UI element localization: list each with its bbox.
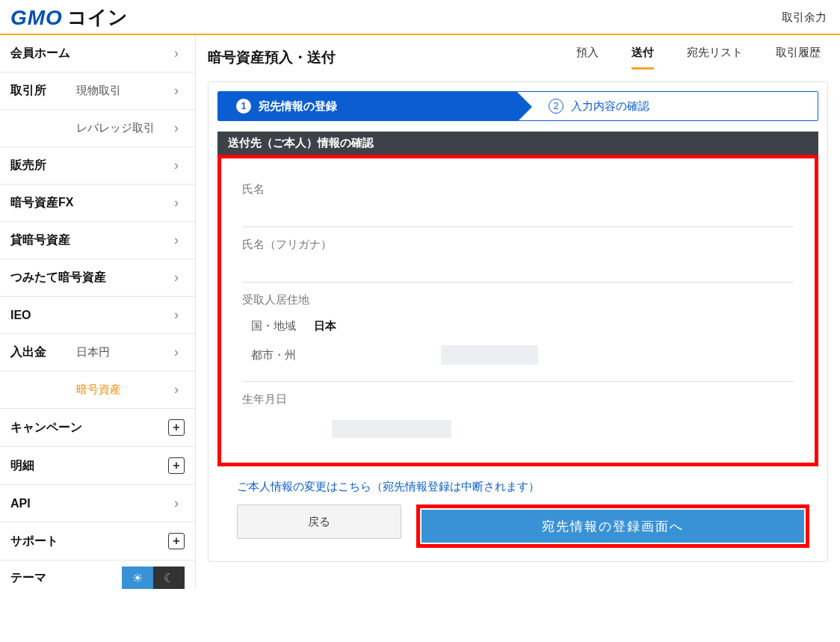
birth-label: 生年月日 (242, 392, 794, 407)
field-name: 氏名 (242, 172, 794, 227)
moon-icon[interactable]: ☾ (153, 567, 185, 589)
chevron-right-icon: › (168, 307, 185, 323)
theme-toggle[interactable]: ☀ ☾ (122, 567, 185, 589)
sidebar-item-statement[interactable]: 明細 + (0, 447, 195, 485)
chevron-right-icon: › (168, 120, 185, 136)
city-label: 都市・州 (251, 348, 296, 362)
sidebar-item-deposit-jpy[interactable]: 入出金 日本円 › (0, 334, 195, 371)
sidebar-item-accumulate[interactable]: つみたて暗号資産 › (0, 259, 195, 297)
chevron-right-icon: › (168, 232, 185, 248)
plus-icon: + (168, 457, 185, 474)
sidebar-item-label: つみたて暗号資産 (10, 270, 106, 285)
city-value-masked (441, 345, 538, 365)
change-info-link[interactable]: ご本人情報の変更はこちら（宛先情報登録は中断されます） (217, 466, 818, 504)
sidebar: 会員ホーム › 取引所 現物取引 › レバレッジ取引 › 販売所 › 暗号資産F… (0, 35, 196, 589)
sidebar-item-label: キャンペーン (10, 420, 82, 436)
sidebar-item-label: 取引所 (10, 83, 76, 99)
stepper: 1 宛先情報の登録 2 入力内容の確認 (217, 91, 818, 121)
back-button[interactable]: 戻る (237, 504, 401, 539)
button-row: 戻る 宛先情報の登録画面へ (217, 504, 818, 552)
sidebar-item-support[interactable]: サポート + (0, 522, 195, 561)
logo-coin: コイン (67, 4, 128, 31)
step-1-label: 宛先情報の登録 (259, 99, 337, 114)
top-header: GMO コイン 取引余力 (0, 0, 840, 35)
sidebar-item-home[interactable]: 会員ホーム › (0, 35, 195, 72)
logo-gmo: GMO (10, 6, 63, 30)
sidebar-item-campaign[interactable]: キャンペーン + (0, 409, 195, 447)
sidebar-item-label: サポート (10, 534, 58, 549)
birth-value-masked (332, 420, 451, 438)
page-title: 暗号資産預入・送付 (208, 48, 336, 67)
country-value: 日本 (314, 319, 336, 333)
chevron-right-icon: › (168, 345, 185, 360)
chevron-right-icon: › (168, 158, 185, 173)
content-card: 1 宛先情報の登録 2 入力内容の確認 送付先（ご本人）情報の確認 氏名 氏名（… (208, 81, 828, 562)
sidebar-item-exchange-leverage[interactable]: レバレッジ取引 › (0, 110, 195, 147)
primary-button-highlight: 宛先情報の登録画面へ (416, 504, 809, 548)
field-kana: 氏名（フリガナ） (242, 227, 794, 283)
sidebar-item-ieo[interactable]: IEO › (0, 297, 195, 334)
sidebar-item-exchange-spot[interactable]: 取引所 現物取引 › (0, 72, 195, 110)
chevron-right-icon: › (168, 46, 185, 61)
sidebar-item-label: 会員ホーム (10, 46, 76, 61)
sidebar-item-deposit-crypto[interactable]: 暗号資産 › (0, 371, 195, 409)
sidebar-item-label: 明細 (10, 458, 34, 474)
sidebar-item-api[interactable]: API › (0, 485, 195, 522)
sidebar-item-label: IEO (10, 309, 76, 322)
chevron-right-icon: › (168, 382, 185, 398)
tab-send[interactable]: 送付 (631, 46, 654, 70)
balance-label[interactable]: 取引余力 (782, 10, 827, 25)
sidebar-item-sublabel: 現物取引 (76, 84, 168, 98)
sun-icon[interactable]: ☀ (122, 567, 153, 589)
name-label: 氏名 (242, 182, 794, 197)
main-panel: 暗号資産預入・送付 預入 送付 宛先リスト 取引履歴 1 宛先情報の登録 2 (196, 35, 840, 589)
step-number-1: 1 (236, 99, 251, 114)
sidebar-item-fx[interactable]: 暗号資産FX › (0, 185, 195, 222)
section-title: 送付先（ご本人）情報の確認 (217, 132, 818, 155)
sidebar-item-sales[interactable]: 販売所 › (0, 147, 195, 185)
field-residence: 受取人居住地 国・地域 日本 都市・州 (242, 283, 794, 382)
tabs: 預入 送付 宛先リスト 取引履歴 (576, 46, 821, 70)
plus-icon: + (168, 533, 185, 549)
sidebar-item-label: 暗号資産FX (10, 195, 76, 211)
sidebar-item-lending[interactable]: 貸暗号資産 › (0, 222, 195, 259)
step-2-label: 入力内容の確認 (571, 99, 649, 114)
chevron-right-icon: › (168, 496, 185, 511)
sidebar-item-label: 入出金 (10, 345, 76, 360)
chevron-right-icon: › (168, 270, 185, 285)
proceed-button[interactable]: 宛先情報の登録画面へ (421, 510, 804, 543)
sidebar-item-sublabel: レバレッジ取引 (76, 121, 168, 135)
residence-label: 受取人居住地 (242, 293, 794, 307)
sidebar-item-sublabel: 日本円 (76, 345, 168, 359)
sidebar-item-sublabel: 暗号資産 (76, 383, 168, 397)
sidebar-theme-row: テーマ ☀ ☾ (0, 561, 195, 589)
country-label: 国・地域 (251, 319, 296, 333)
step-1: 1 宛先情報の登録 (218, 92, 517, 120)
field-birth: 生年月日 (242, 382, 794, 440)
logo[interactable]: GMO コイン (10, 4, 128, 31)
step-number-2: 2 (549, 99, 563, 114)
kana-label: 氏名（フリガナ） (242, 238, 794, 252)
sidebar-item-label: API (10, 497, 76, 510)
tab-deposit[interactable]: 預入 (576, 46, 599, 70)
chevron-right-icon: › (168, 83, 185, 99)
main-header: 暗号資産預入・送付 預入 送付 宛先リスト 取引履歴 (196, 35, 840, 77)
step-2: 2 入力内容の確認 (517, 92, 818, 120)
tab-address[interactable]: 宛先リスト (687, 46, 743, 70)
form-highlight: 氏名 氏名（フリガナ） 受取人居住地 国・地域 日本 都市・州 (217, 155, 818, 466)
sidebar-item-label: 貸暗号資産 (10, 232, 76, 248)
plus-icon: + (168, 419, 185, 436)
sidebar-item-label: 販売所 (10, 158, 76, 173)
tab-history[interactable]: 取引履歴 (776, 46, 821, 70)
theme-label: テーマ (10, 570, 46, 586)
chevron-right-icon: › (168, 195, 185, 211)
